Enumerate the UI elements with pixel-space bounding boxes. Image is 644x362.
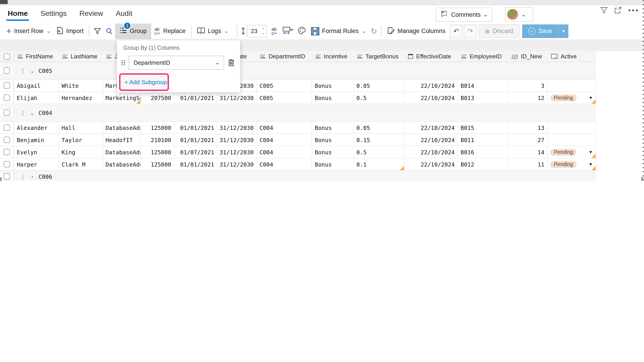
comments-button[interactable]: Comments ⌄	[436, 8, 492, 22]
group-column-select[interactable]: DepartmentID ⌄	[128, 56, 224, 70]
cell-col6[interactable]: 31/12/2030	[218, 122, 257, 133]
cell-active[interactable]: Pending▼	[548, 146, 596, 158]
column-width-button[interactable]	[280, 23, 296, 39]
row-checkbox[interactable]	[4, 109, 10, 116]
column-header-id-new[interactable]: 123ID_New	[508, 51, 548, 61]
cell-targetbonus[interactable]: 0.5	[354, 146, 404, 158]
cell-col4[interactable]: 125000	[141, 146, 174, 158]
refresh-button[interactable]: ↻	[369, 23, 379, 39]
manage-columns-button[interactable]: Manage Columns	[384, 23, 448, 39]
cell-id-new[interactable]: 27	[508, 134, 548, 146]
cell-id-new[interactable]: 13	[508, 122, 548, 133]
stepper-icons[interactable]: ⌃⌄	[262, 28, 264, 34]
cell-col6[interactable]: 31/12/2030	[218, 146, 257, 158]
dropdown-triangle-icon[interactable]: ▼	[590, 95, 592, 100]
cell-incentive[interactable]: Bonus	[312, 122, 354, 133]
column-header-effectivedate[interactable]: EffectiveDate	[404, 51, 458, 61]
cell-active[interactable]	[548, 80, 596, 91]
cell-incentive[interactable]: Bonus	[312, 92, 354, 104]
column-header-active[interactable]: Active	[548, 51, 596, 61]
cell-col4[interactable]: 210100	[141, 134, 174, 146]
discard-button[interactable]: ⊗ Discard	[479, 24, 519, 38]
cell-active[interactable]: Pending▼	[548, 92, 596, 104]
cell-effectivedate[interactable]: 22/10/2024	[404, 158, 458, 170]
filter-button[interactable]	[92, 23, 104, 39]
row-menu-icon[interactable]: ⋮	[20, 173, 26, 180]
row-checkbox[interactable]	[4, 67, 10, 74]
cell-firstname[interactable]: Benjamin	[14, 134, 59, 146]
cell-lastname[interactable]: White	[59, 80, 103, 91]
group-row-c006[interactable]: ⋮›C006	[0, 171, 596, 181]
cell-employeeid[interactable]: B012	[458, 158, 508, 170]
import-button[interactable]: Import	[54, 23, 87, 39]
dropdown-triangle-icon[interactable]: ▼	[590, 162, 592, 167]
cell-id-new[interactable]: 12	[508, 92, 548, 104]
cell-incentive[interactable]: Bonus	[312, 158, 354, 170]
row-checkbox[interactable]	[4, 137, 10, 143]
cell-col6[interactable]: 31/12/2030	[218, 92, 257, 104]
cell-incentive[interactable]: Bonus	[312, 146, 354, 158]
cell-effectivedate[interactable]: 22/10/2024	[404, 146, 458, 158]
cell-effectivedate[interactable]: 22/10/2024	[404, 122, 458, 133]
column-header-targetbonus[interactable]: TargetBonus	[354, 51, 404, 61]
cell-effectivedate[interactable]: 22/10/2024	[404, 80, 458, 91]
cell-active[interactable]	[548, 134, 596, 146]
row-checkbox[interactable]	[4, 161, 10, 167]
add-subgroup-button[interactable]: + Add Subgroup	[124, 79, 167, 85]
drag-handle-icon[interactable]	[121, 60, 125, 65]
row-menu-icon[interactable]: ⋮	[20, 67, 26, 74]
cell-id-new[interactable]: 11	[508, 158, 548, 170]
row-checkbox[interactable]	[4, 53, 10, 59]
cell-employeeid[interactable]: B016	[458, 146, 508, 158]
cell-effectivedate[interactable]: 22/10/2024	[404, 134, 458, 146]
cell-firstname[interactable]: Elijah	[14, 92, 59, 104]
wrap-text-button[interactable]: abc↵	[269, 23, 280, 39]
cell-lastname[interactable]: Clark M	[59, 158, 103, 170]
cell-departmentid[interactable]: C004	[257, 146, 312, 158]
cell-col4[interactable]: 125000	[141, 158, 174, 170]
scrollbar-thumb-right[interactable]	[641, 177, 643, 181]
cell-firstname[interactable]: Abigail	[14, 80, 59, 91]
cell-employeeid[interactable]: B011	[458, 134, 508, 146]
delete-group-icon[interactable]	[228, 59, 234, 66]
cell-firstname[interactable]: Alexander	[14, 122, 59, 133]
cell-employeeid[interactable]: B013	[458, 92, 508, 104]
group-row-c005[interactable]: ⋮⌄C005	[0, 62, 596, 80]
tab-settings[interactable]: Settings	[40, 7, 67, 21]
cell-col4[interactable]: 125000	[141, 122, 174, 133]
collapse-group-icon[interactable]: ⌄	[30, 110, 35, 116]
cell-col5[interactable]: 01/01/2021	[174, 122, 218, 133]
cell-id-new[interactable]: 14	[508, 146, 548, 158]
save-button[interactable]: ✓ Save ▼	[522, 24, 568, 38]
row-checkbox[interactable]	[4, 82, 10, 89]
cell-targetbonus[interactable]: 0.05	[354, 122, 404, 133]
cell-col4[interactable]: 207500	[141, 92, 174, 104]
cell-departmentid[interactable]: C005	[257, 92, 312, 104]
cell-col3[interactable]: HeadofIT	[103, 134, 141, 146]
cell-active[interactable]: Pending▼	[548, 158, 596, 170]
logs-button[interactable]: Logs ⌄	[194, 23, 232, 39]
column-header-employeeid[interactable]: EmployeeID	[458, 51, 508, 61]
save-dropdown[interactable]: ▼	[558, 24, 568, 38]
scrollbar-thumb-left[interactable]	[0, 177, 2, 181]
cell-col6[interactable]: 31/12/2030	[218, 158, 257, 170]
cell-col3[interactable]: DatabaseAdn	[103, 158, 141, 170]
filter-icon[interactable]	[600, 6, 608, 14]
color-palette-button[interactable]	[296, 23, 308, 39]
tab-home[interactable]: Home	[8, 7, 28, 21]
expand-icon[interactable]	[614, 6, 622, 14]
cell-departmentid[interactable]: C004	[257, 122, 312, 133]
cell-targetbonus[interactable]: 0.15	[354, 134, 404, 146]
search-button[interactable]	[104, 23, 115, 39]
replace-button[interactable]: abc↵ Replace	[151, 23, 189, 39]
cell-departmentid[interactable]: C004	[257, 134, 312, 146]
cell-targetbonus[interactable]: 0.05	[354, 80, 404, 91]
cell-employeeid[interactable]: B015	[458, 122, 508, 133]
row-checkbox[interactable]	[4, 149, 10, 155]
cell-col5[interactable]: 01/07/2021	[174, 146, 218, 158]
cell-active[interactable]	[548, 122, 596, 133]
cell-effectivedate[interactable]: 22/10/2024	[404, 92, 458, 104]
cell-departmentid[interactable]: C005	[257, 80, 312, 91]
cell-col5[interactable]: 01/01/2021	[174, 92, 218, 104]
row-menu-icon[interactable]: ⋮	[20, 109, 26, 116]
